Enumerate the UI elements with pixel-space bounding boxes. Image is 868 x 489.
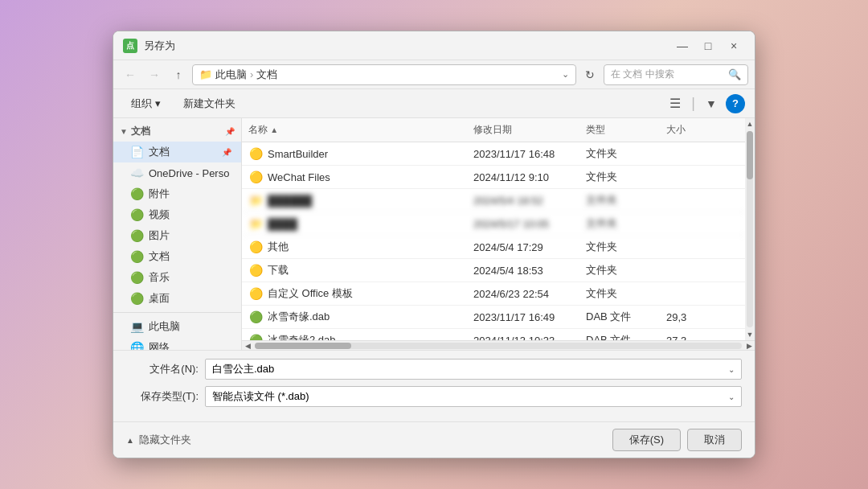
sidebar-section-quick-access[interactable]: ▼ 文档 📌 [113, 121, 241, 142]
file-type: 文件夹 [579, 238, 660, 256]
file-icon: 🟢 [248, 333, 263, 340]
sort-button[interactable]: ▼ [700, 93, 723, 114]
file-list: 名称 ▲ 修改日期 类型 大小 🟡 SmartBuilder 2023 [242, 118, 745, 340]
file-icon: 📁 [248, 216, 263, 231]
file-list-area: 名称 ▲ 修改日期 类型 大小 🟡 SmartBuilder 2023 [242, 118, 755, 350]
filetype-value: 智能点读文件 (*.dab) [212, 389, 309, 404]
sidebar-item-network[interactable]: 🌐 网络 [113, 337, 241, 350]
network-icon: 🌐 [129, 340, 144, 350]
refresh-button[interactable]: ↻ [579, 64, 600, 85]
file-type: DAB 文件 [579, 308, 660, 326]
sidebar-item-desktop[interactable]: 🟢 桌面 [113, 288, 241, 309]
file-date: 2024/11/13 10:33 [467, 333, 579, 341]
file-type: 文件夹 [579, 285, 660, 302]
sidebar-item-label: OneDrive - Perso [149, 167, 229, 179]
view-button[interactable]: ☰ [664, 93, 686, 114]
music-icon: 🟢 [129, 270, 144, 285]
new-folder-button[interactable]: 新建文件夹 [175, 93, 244, 114]
sidebar-item-documents[interactable]: 🟢 文档 [113, 246, 241, 267]
scroll-left-arrow[interactable]: ◀ [242, 341, 253, 351]
maximize-button[interactable]: □ [697, 36, 719, 55]
scroll-thumb[interactable] [747, 131, 753, 179]
scroll-up-arrow[interactable]: ▲ [745, 118, 755, 129]
file-type: 文件夹 [579, 191, 660, 209]
scroll-track[interactable] [747, 131, 753, 327]
table-row[interactable]: 🟢 冰雪奇缘.dab 2023/11/17 16:49 DAB 文件 29,3 [242, 306, 745, 329]
close-button[interactable]: × [723, 36, 745, 55]
horizontal-scrollbar[interactable]: ◀ ▶ [242, 340, 755, 350]
toolbar-right: ☰ | ▼ ? [664, 93, 745, 114]
table-row[interactable]: 📁 ██████ 2024/5/4 18:52 文件夹 [242, 189, 745, 212]
pictures-icon: 🟢 [129, 228, 144, 243]
window-controls: — □ × [671, 36, 745, 55]
search-placeholder-text: 在 文档 中搜索 [611, 68, 674, 81]
file-name: 下载 [268, 263, 289, 277]
scroll-right-arrow[interactable]: ▶ [743, 341, 755, 351]
table-row[interactable]: 📁 ████ 2024/5/17 10:05 文件夹 [242, 212, 745, 236]
sidebar-item-onedrive[interactable]: ☁️ OneDrive - Perso [113, 162, 241, 183]
scroll-down-arrow[interactable]: ▼ [745, 329, 755, 340]
sidebar-item-pictures[interactable]: 🟢 图片 [113, 225, 241, 246]
save-button[interactable]: 保存(S) [612, 429, 681, 451]
filetype-input[interactable]: 智能点读文件 (*.dab) ⌄ [205, 386, 742, 407]
table-row[interactable]: 🟡 自定义 Office 模板 2024/6/23 22:54 文件夹 [242, 282, 745, 306]
video-icon: 🟢 [129, 208, 144, 222]
sort-arrow-icon: ▲ [270, 125, 278, 134]
desktop-icon: 🟢 [129, 291, 144, 306]
sidebar-item-this-pc[interactable]: 💻 此电脑 [113, 316, 241, 337]
table-row[interactable]: 🟡 下载 2024/5/4 18:53 文件夹 [242, 259, 745, 282]
up-button[interactable]: ↑ [168, 64, 189, 85]
file-size [660, 222, 708, 225]
search-bar[interactable]: 在 文档 中搜索 🔍 [604, 64, 748, 85]
sidebar-section-label: 文档 [131, 125, 150, 138]
file-date: 2024/5/4 17:29 [467, 240, 579, 255]
table-row[interactable]: 🟡 SmartBuilder 2023/11/17 16:48 文件夹 [242, 142, 745, 166]
cancel-button[interactable]: 取消 [687, 429, 742, 451]
main-area: ▼ 文档 📌 📄 文档 📌 ☁️ OneDrive - Perso 🟢 附件 🟢… [113, 118, 755, 350]
file-type: 文件夹 [579, 261, 660, 279]
file-type: 文件夹 [579, 215, 660, 232]
nav-bar: ← → ↑ 📁 此电脑 › 文档 ⌄ ↻ 在 文档 中搜索 🔍 [113, 60, 755, 89]
sidebar-item-videos[interactable]: 🟢 视频 [113, 204, 241, 225]
folder-icon: 📄 [129, 145, 144, 159]
back-button[interactable]: ← [120, 64, 141, 85]
sidebar-item-attachments[interactable]: 🟢 附件 [113, 183, 241, 204]
file-name: ████ [268, 218, 297, 230]
scroll-thumb-h[interactable] [255, 343, 351, 349]
sidebar-item-music[interactable]: 🟢 音乐 [113, 267, 241, 288]
computer-icon: 💻 [129, 319, 144, 334]
address-bar[interactable]: 📁 此电脑 › 文档 ⌄ [192, 64, 576, 85]
minimize-button[interactable]: — [671, 36, 694, 55]
vertical-scrollbar[interactable]: ▲ ▼ [745, 118, 755, 340]
filename-input[interactable]: 白雪公主.dab ⌄ [205, 359, 742, 380]
col-header-type[interactable]: 类型 [579, 121, 660, 138]
file-icon: 🟡 [248, 170, 263, 184]
hide-folders-toggle[interactable]: ▲ 隐藏文件夹 [126, 433, 191, 447]
file-name: WeChat Files [268, 171, 330, 183]
sidebar-item-label: 文档 [149, 249, 170, 264]
table-row[interactable]: 🟡 WeChat Files 2024/11/12 9:10 文件夹 [242, 166, 745, 189]
file-date: 2024/5/4 18:53 [467, 263, 579, 278]
file-name: 冰雪奇缘2.dab [268, 333, 336, 340]
col-header-name[interactable]: 名称 ▲ [242, 121, 467, 138]
sidebar-item-documents-pinned[interactable]: 📄 文档 📌 [113, 142, 241, 162]
sidebar-divider [113, 312, 241, 313]
sidebar-section-chevron: ▼ [120, 127, 128, 136]
file-icon: 🟡 [248, 240, 263, 254]
organize-button[interactable]: 组织 ▾ [123, 93, 169, 114]
table-row[interactable]: 🟢 冰雪奇缘2.dab 2024/11/13 10:33 DAB 文件 37,3 [242, 329, 745, 340]
item-pin-icon: 📌 [222, 148, 231, 157]
title-bar: 点 另存为 — □ × [113, 31, 755, 60]
path-part-2: 文档 [256, 68, 277, 82]
scroll-track-h[interactable] [255, 343, 742, 349]
file-icon: 🟡 [248, 146, 263, 161]
file-size [660, 175, 708, 179]
table-row[interactable]: 🟡 其他 2024/5/4 17:29 文件夹 [242, 236, 745, 259]
col-header-size[interactable]: 大小 [660, 121, 708, 138]
col-header-date[interactable]: 修改日期 [467, 121, 579, 138]
forward-button[interactable]: → [144, 64, 165, 85]
address-chevron-icon: ⌄ [562, 69, 569, 80]
help-button[interactable]: ? [726, 94, 745, 113]
file-date: 2023/11/17 16:49 [467, 310, 579, 325]
file-size: 37,3 [660, 333, 708, 341]
